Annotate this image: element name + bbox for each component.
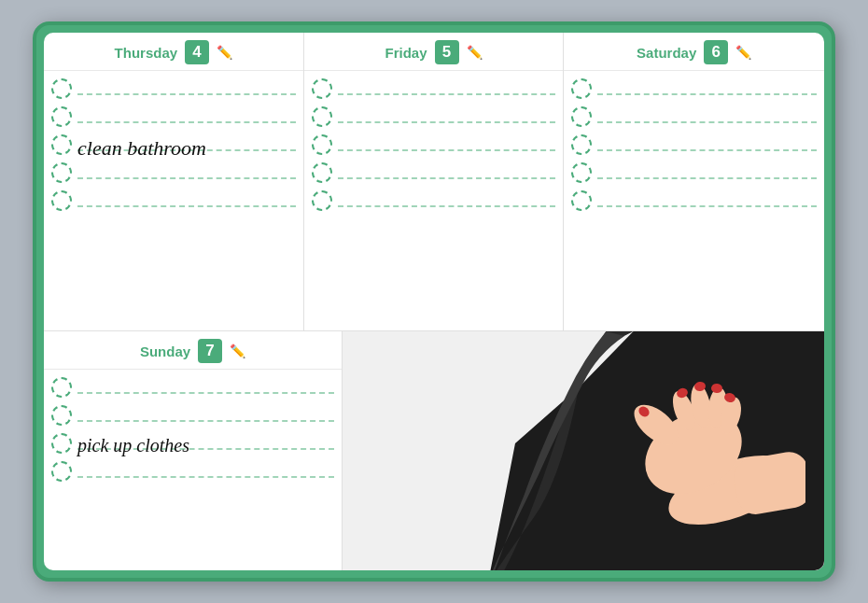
calendar-frame: Thursday 4 ✏️	[33, 21, 835, 582]
thursday-task-4-circle	[51, 162, 72, 183]
saturday-task-4-circle	[571, 162, 592, 183]
sunday-task-4	[51, 457, 334, 485]
saturday-task-5-circle	[571, 190, 592, 211]
sunday-tasks: pick up clothes	[44, 370, 342, 489]
sunday-task-2-circle	[51, 405, 72, 426]
sunday-task-4-circle	[51, 461, 72, 482]
friday-column: Friday 5 ✏️	[304, 33, 565, 330]
sunday-header: Sunday 7 ✏️	[44, 331, 342, 370]
thursday-task-2	[51, 103, 296, 131]
friday-header: Friday 5 ✏️	[304, 33, 564, 71]
clean-bathroom-text: clean bathroom	[77, 136, 206, 161]
saturday-tasks	[564, 71, 824, 218]
thursday-task-5-circle	[51, 190, 72, 211]
friday-badge: 5	[435, 40, 459, 64]
pick-up-clothes-text: pick up clothes	[77, 435, 189, 456]
thursday-label: Thursday	[115, 45, 178, 61]
sunday-task-3-circle	[51, 433, 72, 454]
sunday-task-3: pick up clothes	[51, 429, 334, 457]
thursday-task-1-line	[77, 82, 296, 95]
saturday-pencil-icon: ✏️	[735, 45, 751, 60]
saturday-task-3-circle	[571, 134, 592, 155]
sunday-task-2	[51, 401, 334, 429]
thursday-task-1-circle	[51, 78, 72, 99]
thursday-badge: 4	[185, 40, 209, 64]
saturday-label: Saturday	[637, 45, 696, 61]
hand-svg	[544, 341, 805, 527]
sunday-label: Sunday	[140, 344, 190, 359]
thursday-tasks: clean bathroom	[44, 71, 303, 218]
friday-task-3-circle	[312, 134, 332, 155]
peel-area: loom	[343, 331, 824, 570]
friday-pencil-icon: ✏️	[467, 45, 483, 60]
friday-task-5-circle	[312, 190, 332, 211]
top-day-grid: Thursday 4 ✏️	[44, 33, 824, 331]
thursday-task-5-line	[77, 194, 296, 207]
thursday-task-4-line	[77, 166, 296, 179]
thursday-task-2-line	[77, 110, 296, 123]
friday-tasks	[304, 71, 564, 218]
saturday-task-4	[571, 159, 817, 187]
friday-task-2	[312, 103, 556, 131]
bottom-section: Sunday 7 ✏️	[44, 331, 824, 570]
friday-task-1-circle	[312, 78, 332, 99]
friday-task-2-circle	[312, 106, 332, 127]
thursday-task-4	[51, 159, 296, 187]
saturday-column: Saturday 6 ✏️	[564, 33, 824, 330]
sunday-task-1-circle	[51, 377, 72, 398]
saturday-task-1	[571, 75, 817, 103]
friday-task-4	[312, 159, 556, 187]
calendar-inner: Thursday 4 ✏️	[44, 33, 824, 570]
saturday-task-5	[571, 187, 817, 215]
thursday-task-2-circle	[51, 106, 72, 127]
saturday-header: Saturday 6 ✏️	[564, 33, 824, 71]
saturday-task-1-circle	[571, 78, 592, 99]
thursday-task-3-circle	[51, 134, 72, 155]
sunday-task-1	[51, 373, 334, 401]
friday-task-3	[312, 131, 556, 159]
thursday-task-3: clean bathroom	[51, 131, 296, 159]
thursday-header: Thursday 4 ✏️	[44, 33, 303, 71]
sunday-column: Sunday 7 ✏️	[44, 331, 343, 570]
friday-task-4-circle	[312, 162, 332, 183]
thursday-pencil-icon: ✏️	[217, 45, 232, 60]
thursday-task-3-line: clean bathroom	[77, 138, 296, 151]
thursday-task-5	[51, 187, 296, 215]
saturday-task-3	[571, 131, 817, 159]
saturday-task-2-circle	[571, 106, 592, 127]
sunday-pencil-icon: ✏️	[230, 344, 245, 358]
saturday-task-2	[571, 103, 817, 131]
thursday-task-1	[51, 75, 296, 103]
sunday-badge: 7	[198, 339, 222, 363]
saturday-badge: 6	[704, 40, 728, 64]
friday-task-5	[312, 187, 556, 215]
thursday-column: Thursday 4 ✏️	[44, 33, 304, 330]
friday-task-1	[312, 75, 556, 103]
friday-label: Friday	[385, 45, 427, 61]
